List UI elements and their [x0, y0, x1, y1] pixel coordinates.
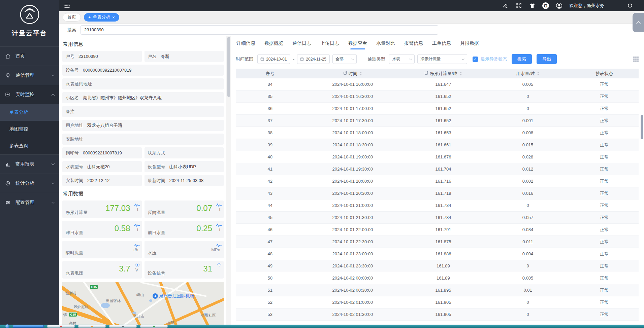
collapse-up-button[interactable]: [633, 13, 644, 32]
left-panel-scrollbar[interactable]: [226, 36, 231, 328]
sort-desc-icon[interactable]: [537, 74, 540, 75]
detail-tab-上传日志[interactable]: 上传日志: [320, 40, 339, 49]
theme-shirt-icon[interactable]: [529, 2, 536, 9]
scrollbar-thumb[interactable]: [227, 37, 230, 97]
date-to-input[interactable]: 2024-11-25: [297, 54, 330, 64]
sidebar-item-comm[interactable]: 通信管理: [0, 66, 59, 85]
table-row[interactable]: 382024-10-01 18:00:00161.6530.008正常: [236, 127, 639, 139]
g-badge-icon[interactable]: G: [542, 2, 549, 9]
table-row[interactable]: 432024-10-01 20:30:00161.7180.016正常: [236, 187, 639, 199]
sort-asc-icon[interactable]: [459, 72, 462, 73]
table-row[interactable]: 372024-10-01 17:30:00161.6520.001正常: [236, 115, 639, 127]
detail-tab-水量对比[interactable]: 水量对比: [376, 40, 395, 49]
search-input[interactable]: [80, 25, 438, 35]
edit-icon[interactable]: [343, 71, 347, 76]
table-row[interactable]: 442024-10-01 21:00:00161.7340正常: [236, 199, 639, 212]
sort-desc-icon[interactable]: [459, 74, 462, 75]
date-from-value: 2024-10-01: [266, 57, 287, 62]
sidebar-item-reports[interactable]: 常用报表: [0, 155, 59, 174]
menu-block-config: 配置管理: [0, 193, 59, 212]
search-button[interactable]: 搜索: [512, 54, 532, 64]
taskbar-window[interactable]: [78, 325, 106, 328]
table-row[interactable]: 342024-10-01 16:00:00161.6470.005正常: [236, 78, 639, 90]
abnormal-checkbox[interactable]: ✓: [473, 57, 478, 62]
table-row[interactable]: 462024-10-01 22:00:00161.7910.084正常: [236, 224, 639, 236]
menu-fold-icon[interactable]: [64, 2, 71, 9]
detail-tab-工单信息[interactable]: 工单信息: [432, 40, 451, 49]
sort-icons[interactable]: [459, 72, 462, 75]
table-row[interactable]: 352024-10-01 16:30:00161.6520正常: [236, 90, 639, 103]
sort-icons[interactable]: [537, 72, 540, 75]
sidebar-item-stats[interactable]: 统计分析: [0, 174, 59, 193]
sidebar-subitem-single-meter[interactable]: 单表分析: [0, 104, 59, 121]
scrollbar-thumb[interactable]: [641, 115, 643, 139]
table-row[interactable]: 392024-10-01 18:30:00161.6610.015正常: [236, 139, 639, 151]
table-cell: 2024-10-02 00:30:00: [304, 288, 401, 293]
sidebar-item-config[interactable]: 配置管理: [0, 193, 59, 212]
taskbar-window[interactable]: [109, 325, 137, 328]
col-header-时间[interactable]: 时间: [304, 71, 401, 77]
tab-单表分析[interactable]: ●单表分析×: [84, 13, 119, 22]
table-row[interactable]: 522024-10-02 01:00:00161.9050正常: [236, 296, 639, 308]
interval-select[interactable]: 全部: [332, 54, 357, 64]
table-row[interactable]: 472024-10-01 22:30:00161.8750.011正常: [236, 236, 639, 248]
table-row[interactable]: 532024-10-02 01:30:00161.9050正常: [236, 308, 639, 321]
field-value: 0000392210007819: [83, 150, 122, 155]
detail-tab-通信日志[interactable]: 通信日志: [292, 40, 311, 49]
table-row[interactable]: 412024-10-01 19:30:00161.7040.012正常: [236, 163, 639, 175]
table-row[interactable]: 452024-10-01 21:30:00161.7340.057正常: [236, 212, 639, 224]
field-label: 备注: [66, 109, 74, 115]
tab-首页[interactable]: 首页: [63, 13, 81, 22]
table-row[interactable]: 482024-10-01 23:00:00161.8860.004正常: [236, 248, 639, 260]
sort-icons[interactable]: [359, 72, 362, 75]
sort-asc-icon[interactable]: [537, 72, 540, 73]
table-cell: 161.905: [401, 300, 485, 305]
detail-tab-报警信息[interactable]: 报警信息: [404, 40, 423, 49]
abnormal-checkbox-label[interactable]: 显示异常状态: [481, 56, 507, 62]
table-scrollbar[interactable]: [641, 87, 643, 208]
table-row[interactable]: 502024-10-02 00:00:00161.890.005正常: [236, 272, 639, 284]
airport-marker[interactable]: ✈ 泉州晋江国际机场: [153, 293, 194, 299]
sidebar-subitem-map-monitor[interactable]: 地图监控: [0, 121, 59, 138]
detail-tab-数据查看[interactable]: 数据查看: [348, 40, 367, 49]
col-header-净累计流量/吨[interactable]: 净累计流量/吨: [401, 71, 485, 77]
detail-tab-数据概览[interactable]: 数据概览: [264, 40, 283, 49]
field-label: 联系方式: [148, 150, 165, 156]
taskbar-window[interactable]: [47, 325, 75, 328]
start-button[interactable]: [5, 324, 9, 328]
channel-select[interactable]: 水表: [389, 54, 415, 64]
col-header-抄表状态: 抄表状态: [570, 71, 639, 77]
close-icon[interactable]: ×: [112, 15, 115, 20]
power-icon[interactable]: [626, 2, 633, 9]
table-row[interactable]: 512024-10-02 00:30:00161.8950.01正常: [236, 284, 639, 296]
edit-icon[interactable]: [424, 71, 428, 76]
mini-map[interactable]: G15G15 塘新村田园张林崎山风炉尼坑镇晋江市后林杏坂社区亮村 ✈ 泉州晋江国…: [62, 282, 224, 325]
user-avatar-icon[interactable]: [556, 2, 562, 9]
table-row[interactable]: 362024-10-01 17:00:00161.6520正常: [236, 103, 639, 115]
os-taskbar[interactable]: [0, 325, 644, 328]
table-row[interactable]: 492024-10-01 23:30:00161.890正常: [236, 260, 639, 272]
taskbar-window[interactable]: [140, 325, 168, 328]
taskbar-window-active[interactable]: [13, 325, 44, 328]
sort-asc-icon[interactable]: [359, 72, 362, 73]
metric-select[interactable]: 净累计流量: [417, 54, 467, 64]
sort-desc-icon[interactable]: [359, 74, 362, 75]
date-from-input[interactable]: 2024-10-01: [257, 54, 290, 64]
export-button[interactable]: 导出: [537, 54, 557, 64]
column-settings-grid-icon[interactable]: [633, 57, 639, 62]
info-field: 用户地址双龙寺八组台子湾: [62, 120, 224, 131]
table-cell: 0.028: [486, 154, 570, 159]
table-row[interactable]: 422024-10-01 20:00:00161.7160.002正常: [236, 175, 639, 187]
detail-tab-详细信息[interactable]: 详细信息: [236, 40, 255, 49]
col-header-用水量/吨[interactable]: 用水量/吨: [486, 71, 570, 77]
edit-pencil-icon[interactable]: [502, 2, 509, 9]
info-fields: 户号23100390户名冷新设备号00000000392210007819水表通…: [62, 51, 224, 186]
content: 常用信息 户号23100390户名冷新设备号000000003922100078…: [59, 36, 644, 328]
table-cell: 161.895: [401, 288, 485, 293]
sidebar-subitem-multi-meter[interactable]: 多表查询: [0, 138, 59, 154]
detail-tab-月报数据[interactable]: 月报数据: [460, 40, 479, 49]
table-row[interactable]: 402024-10-01 19:00:00161.6760.028正常: [236, 151, 639, 163]
sidebar-item-realtime[interactable]: 实时监控: [0, 85, 59, 104]
fullscreen-icon[interactable]: [515, 2, 522, 9]
sidebar-item-home[interactable]: 首页: [0, 47, 59, 66]
